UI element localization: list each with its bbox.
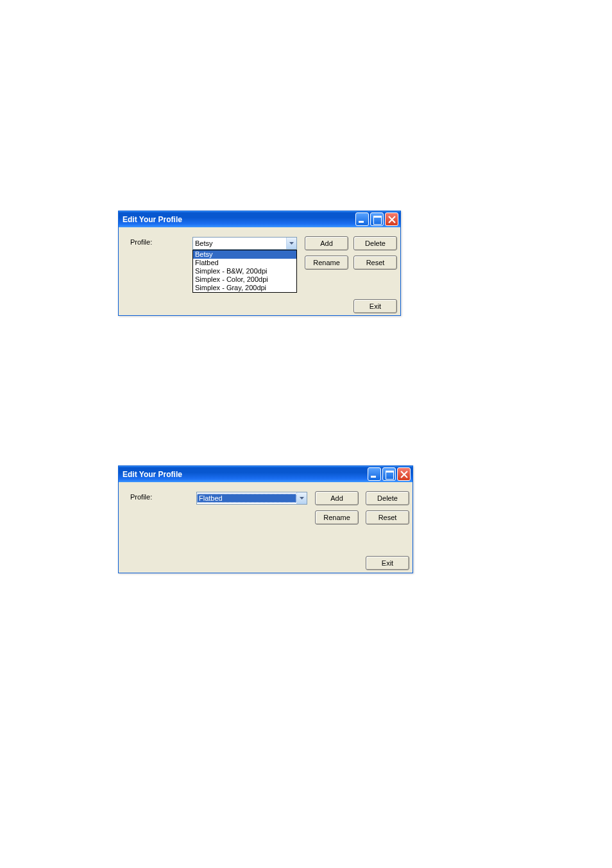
window-controls [368,467,411,481]
rename-button[interactable]: Rename [315,510,359,525]
close-button[interactable] [397,467,411,481]
rename-button[interactable]: Rename [305,256,348,270]
window-title: Edit Your Profile [123,215,355,224]
close-button[interactable] [385,213,398,226]
dropdown-item[interactable]: Simplex - B&W, 200dpi [193,267,296,275]
window-title: Edit Your Profile [123,470,368,479]
dropdown-item[interactable]: Betsy [193,250,296,259]
profile-dropdown-list[interactable]: Betsy Flatbed Simplex - B&W, 200dpi Simp… [192,250,297,293]
add-button[interactable]: Add [305,236,348,250]
combobox-value: Flatbed [197,494,296,503]
window-body: Profile: Flatbed Add Delete Rename Reset… [119,482,412,573]
window-controls [355,213,398,226]
window-body: Profile: Betsy Betsy Flatbed Simplex - B… [119,227,400,315]
exit-button[interactable]: Exit [366,556,409,570]
reset-button[interactable]: Reset [366,510,409,525]
dropdown-item[interactable]: Flatbed [193,259,296,267]
chevron-down-icon[interactable] [286,238,296,249]
profile-label: Profile: [130,238,152,246]
reset-button[interactable]: Reset [353,256,397,270]
dropdown-item[interactable]: Simplex - Color, 200dpi [193,275,296,284]
edit-profile-window-2: Edit Your Profile Profile: Flatbed Add D… [118,465,413,573]
delete-button[interactable]: Delete [366,491,409,505]
profile-label: Profile: [130,493,152,501]
chevron-down-icon[interactable] [296,492,307,504]
minimize-button[interactable] [355,213,369,226]
profile-combobox[interactable]: Betsy [192,237,297,250]
maximize-button[interactable] [370,213,384,226]
minimize-button[interactable] [368,467,381,481]
dropdown-item[interactable]: Simplex - Gray, 200dpi [193,284,296,292]
combobox-value: Betsy [193,239,286,248]
delete-button[interactable]: Delete [353,236,397,250]
titlebar[interactable]: Edit Your Profile [119,211,400,227]
exit-button[interactable]: Exit [353,299,397,313]
maximize-button[interactable] [382,467,396,481]
edit-profile-window-1: Edit Your Profile Profile: Betsy Betsy F… [118,211,401,316]
add-button[interactable]: Add [315,491,359,505]
profile-combobox[interactable]: Flatbed [196,492,307,505]
titlebar[interactable]: Edit Your Profile [119,466,412,482]
